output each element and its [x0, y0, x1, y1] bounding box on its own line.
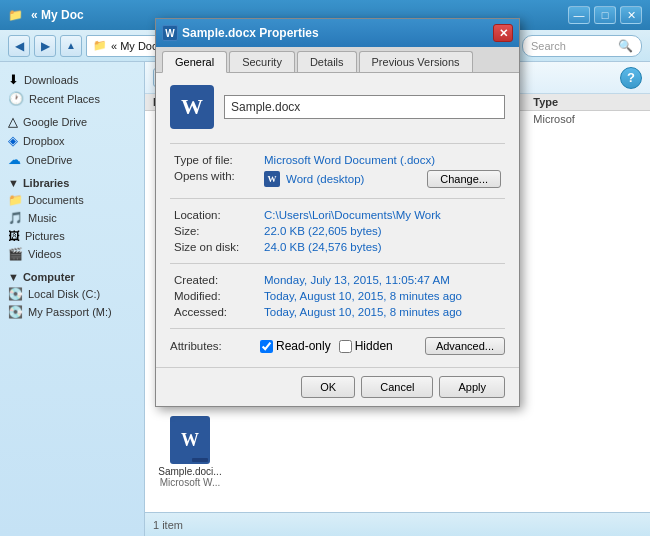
- file-name-input[interactable]: [224, 95, 505, 119]
- location-label: Location:: [170, 207, 260, 223]
- tab-previous-versions[interactable]: Previous Versions: [359, 51, 473, 72]
- sidebar-item-dropbox[interactable]: ◈ Dropbox: [0, 131, 144, 150]
- word-icon-char: W: [165, 28, 174, 39]
- sample-file-item[interactable]: W Sample.doci... Microsoft W...: [155, 416, 225, 488]
- computer-header: ▼ Computer: [0, 267, 144, 285]
- recent-icon: 🕐: [8, 91, 24, 106]
- tab-general[interactable]: General: [162, 51, 227, 73]
- sidebar-item-pictures[interactable]: 🖼 Pictures: [0, 227, 144, 245]
- sidebar-item-m-drive[interactable]: 💽 My Passport (M:): [0, 303, 144, 321]
- dialog-titlebar: W Sample.docx Properties ✕: [156, 19, 519, 47]
- properties-dialog: W Sample.docx Properties ✕ General Secur…: [155, 18, 520, 407]
- downloads-icon: ⬇: [8, 72, 19, 87]
- up-button[interactable]: ▲: [60, 35, 82, 57]
- onedrive-label: OneDrive: [26, 154, 72, 166]
- gdrive-icon: △: [8, 114, 18, 129]
- videos-label: Videos: [28, 248, 61, 260]
- libraries-label: Libraries: [23, 177, 69, 189]
- attributes-controls: Read-only Hidden Advanced...: [260, 337, 505, 355]
- dialog-close-button[interactable]: ✕: [493, 24, 513, 42]
- status-text: 1 item: [153, 519, 183, 531]
- cancel-button[interactable]: Cancel: [361, 376, 433, 398]
- dialog-footer: OK Cancel Apply: [156, 367, 519, 406]
- word-small-icon: W: [264, 171, 280, 187]
- cloud-section: △ Google Drive ◈ Dropbox ☁ OneDrive: [0, 112, 144, 169]
- music-label: Music: [28, 212, 57, 224]
- readonly-checkbox[interactable]: [260, 340, 273, 353]
- tab-details-label: Details: [310, 56, 344, 68]
- computer-label: Computer: [23, 271, 75, 283]
- help-button[interactable]: ?: [620, 67, 642, 89]
- change-button[interactable]: Change...: [427, 170, 501, 188]
- divider-2: [170, 198, 505, 199]
- hidden-checkbox[interactable]: [339, 340, 352, 353]
- created-label: Created:: [170, 272, 260, 288]
- m-drive-label: My Passport (M:): [28, 306, 112, 318]
- close-explorer-button[interactable]: ✕: [620, 6, 642, 24]
- readonly-checkbox-label[interactable]: Read-only: [260, 339, 331, 353]
- hidden-text: Hidden: [355, 339, 393, 353]
- sidebar-item-c-drive[interactable]: 💽 Local Disk (C:): [0, 285, 144, 303]
- file-subtitle: Microsoft W...: [160, 477, 221, 488]
- accessed-label: Accessed:: [170, 304, 260, 320]
- sidebar-item-music[interactable]: 🎵 Music: [0, 209, 144, 227]
- tab-details[interactable]: Details: [297, 51, 357, 72]
- dropbox-icon: ◈: [8, 133, 18, 148]
- advanced-button[interactable]: Advanced...: [425, 337, 505, 355]
- onedrive-icon: ☁: [8, 152, 21, 167]
- readonly-text: Read-only: [276, 339, 331, 353]
- created-value: Monday, July 13, 2015, 11:05:47 AM: [260, 272, 505, 288]
- size-label: Size:: [170, 223, 260, 239]
- apply-button[interactable]: Apply: [439, 376, 505, 398]
- change-label: Change...: [440, 173, 488, 185]
- status-bar: 1 item: [145, 512, 650, 536]
- search-icon: 🔍: [618, 39, 633, 53]
- size-value: 22.0 KB (22,605 bytes): [260, 223, 505, 239]
- col-type: Type: [533, 96, 642, 108]
- dropbox-label: Dropbox: [23, 135, 65, 147]
- divider-3: [170, 263, 505, 264]
- docs-icon: 📁: [8, 193, 23, 207]
- ok-label: OK: [320, 381, 336, 393]
- properties-table: Type of file: Microsoft Word Document (.…: [170, 152, 505, 190]
- attributes-row: Attributes: Read-only Hidden Advanced...: [170, 337, 505, 355]
- attributes-label: Attributes:: [170, 340, 260, 352]
- opens-app-label: Word (desktop): [286, 173, 364, 185]
- opens-with-row: W Word (desktop) Change...: [264, 170, 501, 188]
- file-header-row: W: [170, 85, 505, 129]
- favorites-section: ⬇ Downloads 🕐 Recent Places: [0, 70, 144, 108]
- type-label: Type of file:: [170, 152, 260, 168]
- sidebar-item-recent[interactable]: 🕐 Recent Places: [0, 89, 144, 108]
- opens-row: Opens with: W Word (desktop) Change...: [170, 168, 505, 190]
- dates-table: Created: Monday, July 13, 2015, 11:05:47…: [170, 272, 505, 320]
- computer-expand-icon: ▼: [8, 271, 19, 283]
- size-disk-label: Size on disk:: [170, 239, 260, 255]
- search-placeholder: Search: [531, 40, 566, 52]
- search-bar[interactable]: Search 🔍: [522, 35, 642, 57]
- close-icon: ✕: [499, 27, 508, 40]
- location-table: Location: C:\Users\Lori\Documents\My Wor…: [170, 207, 505, 255]
- location-value: C:\Users\Lori\Documents\My Work: [260, 207, 505, 223]
- accessed-row: Accessed: Today, August 10, 2015, 8 minu…: [170, 304, 505, 320]
- dialog-title: Sample.docx Properties: [182, 26, 489, 40]
- forward-button[interactable]: ▶: [34, 35, 56, 57]
- modified-row: Modified: Today, August 10, 2015, 8 minu…: [170, 288, 505, 304]
- sidebar-item-onedrive[interactable]: ☁ OneDrive: [0, 150, 144, 169]
- ok-button[interactable]: OK: [301, 376, 355, 398]
- tab-security[interactable]: Security: [229, 51, 295, 72]
- modified-value: Today, August 10, 2015, 8 minutes ago: [260, 288, 505, 304]
- sidebar-item-googledrive[interactable]: △ Google Drive: [0, 112, 144, 131]
- sidebar-item-downloads[interactable]: ⬇ Downloads: [0, 70, 144, 89]
- sidebar-item-documents[interactable]: 📁 Documents: [0, 191, 144, 209]
- apply-label: Apply: [458, 381, 486, 393]
- sidebar: ⬇ Downloads 🕐 Recent Places △ Google Dri…: [0, 62, 145, 536]
- back-button[interactable]: ◀: [8, 35, 30, 57]
- sidebar-item-videos[interactable]: 🎬 Videos: [0, 245, 144, 263]
- type-row: Type of file: Microsoft Word Document (.…: [170, 152, 505, 168]
- minimize-button[interactable]: —: [568, 6, 590, 24]
- maximize-button[interactable]: □: [594, 6, 616, 24]
- hidden-checkbox-label[interactable]: Hidden: [339, 339, 393, 353]
- file-large-icon: W: [170, 85, 214, 129]
- libraries-section: ▼ Libraries 📁 Documents 🎵 Music 🖼 Pictur…: [0, 173, 144, 263]
- expand-icon: ▼: [8, 177, 19, 189]
